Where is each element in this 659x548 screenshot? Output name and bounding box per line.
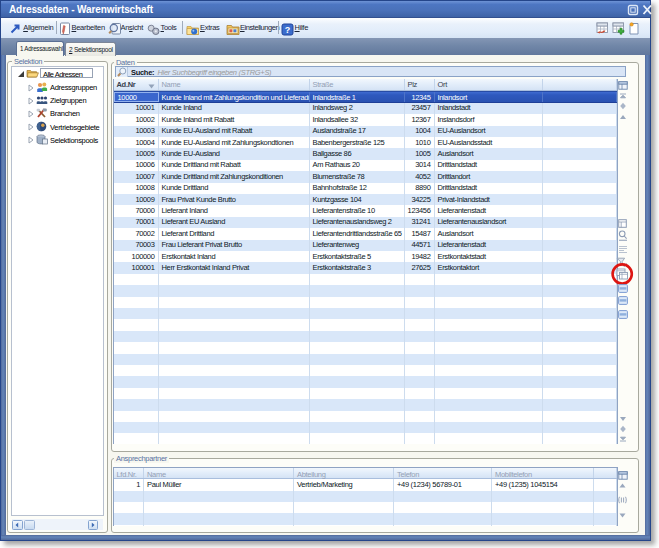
svg-text:?: ? [285, 24, 291, 34]
